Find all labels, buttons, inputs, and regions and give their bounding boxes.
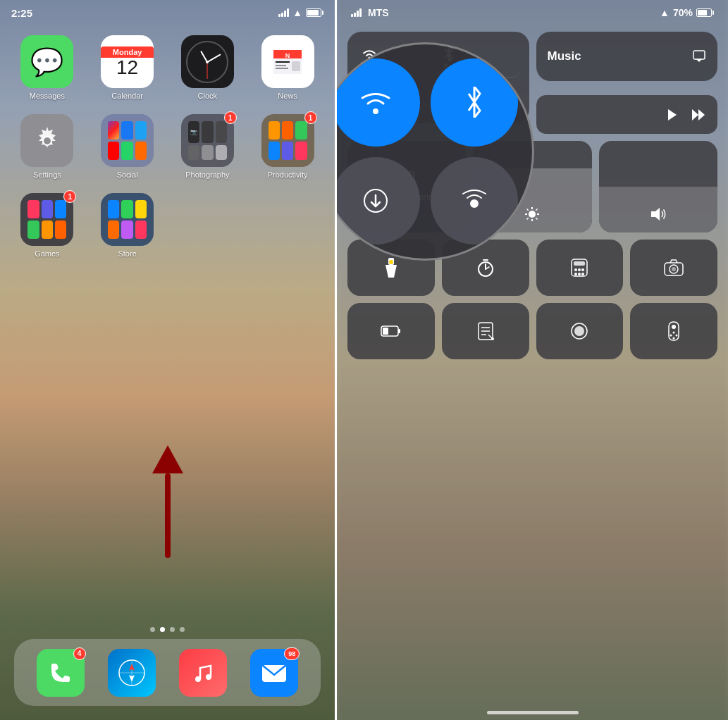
- svg-rect-6: [292, 61, 300, 71]
- volume-slider[interactable]: [599, 141, 717, 232]
- dock-mail[interactable]: 98: [250, 649, 298, 697]
- status-bar-right: MTS ▲ 70%: [337, 0, 728, 25]
- svg-rect-5: [276, 68, 288, 69]
- timer-icon: [476, 259, 495, 277]
- fast-forward-button[interactable]: [691, 107, 706, 123]
- store-icon[interactable]: [101, 193, 154, 246]
- wifi-icon: ▲: [292, 7, 302, 18]
- svg-marker-21: [696, 59, 702, 62]
- svg-marker-41: [385, 265, 397, 278]
- social-icon[interactable]: [101, 114, 154, 167]
- svg-point-50: [578, 268, 581, 271]
- calendar-icon[interactable]: Monday 12: [101, 35, 154, 88]
- low-power-icon: [381, 325, 402, 337]
- games-icon[interactable]: 1: [20, 193, 73, 246]
- svg-point-52: [574, 273, 577, 275]
- social-label: Social: [117, 170, 138, 179]
- svg-rect-4: [276, 65, 286, 66]
- music-icon[interactable]: [179, 649, 227, 697]
- clock-icon[interactable]: [181, 35, 234, 88]
- flashlight-icon: [383, 258, 400, 278]
- page-dots: [0, 627, 335, 632]
- productivity-icon[interactable]: 1: [261, 114, 314, 167]
- svg-marker-24: [698, 109, 705, 120]
- svg-point-53: [578, 273, 581, 275]
- svg-point-71: [670, 335, 672, 337]
- app-clock[interactable]: Clock: [175, 35, 241, 100]
- svg-point-15: [206, 674, 211, 680]
- calendar-label: Calendar: [111, 92, 143, 100]
- app-grid: 💬 Messages Monday 12 Calendar: [0, 35, 335, 258]
- settings-label: Settings: [33, 170, 61, 179]
- signal-bars-right: [351, 8, 362, 17]
- camera-icon: [664, 259, 684, 276]
- svg-point-51: [581, 268, 584, 271]
- app-calendar[interactable]: Monday 12 Calendar: [94, 35, 161, 100]
- svg-line-38: [527, 218, 529, 219]
- dock-safari[interactable]: [108, 649, 156, 697]
- productivity-badge: 1: [304, 111, 317, 124]
- photography-icon[interactable]: 📷 1: [181, 114, 234, 167]
- app-games[interactable]: 1 Games: [14, 193, 80, 258]
- brightness-icon: [524, 206, 540, 222]
- utilities-row-2: [347, 303, 717, 359]
- app-productivity[interactable]: 1 Productivity: [254, 114, 321, 179]
- svg-point-73: [673, 337, 675, 340]
- games-badge: 1: [63, 190, 76, 203]
- svg-point-67: [574, 326, 584, 336]
- music-widget[interactable]: Music: [536, 32, 718, 81]
- svg-rect-60: [398, 329, 400, 333]
- svg-point-69: [672, 325, 676, 329]
- calculator-button[interactable]: [536, 240, 624, 296]
- svg-point-8: [44, 137, 51, 144]
- volume-icon: [650, 206, 667, 222]
- svg-point-70: [673, 332, 675, 334]
- battery-icon-right: [696, 8, 714, 17]
- signal-icon: [278, 8, 289, 17]
- carrier-display: MTS: [351, 7, 389, 18]
- battery-icon: [306, 8, 323, 17]
- svg-line-37: [536, 209, 538, 211]
- app-settings[interactable]: Settings: [14, 114, 80, 179]
- svg-marker-39: [651, 208, 660, 221]
- svg-point-72: [676, 335, 678, 337]
- circle-wifi-button[interactable]: [337, 58, 420, 147]
- airplay-icon[interactable]: [692, 49, 706, 63]
- svg-rect-3: [276, 61, 290, 63]
- left-panel: 2:25 ▲ 💬 Messages: [0, 0, 335, 720]
- app-store[interactable]: Store: [94, 193, 161, 258]
- svg-rect-48: [574, 261, 585, 266]
- calculator-icon: [571, 259, 588, 277]
- svg-point-30: [529, 211, 536, 218]
- svg-point-42: [389, 260, 393, 264]
- app-social[interactable]: Social: [94, 114, 161, 179]
- clock-label: Clock: [198, 92, 218, 100]
- time-display: 2:25: [11, 7, 32, 19]
- notes-button[interactable]: [442, 303, 529, 359]
- settings-icon[interactable]: [20, 114, 73, 167]
- news-icon[interactable]: N: [261, 35, 314, 88]
- right-panel: MTS ▲ 70%: [337, 0, 728, 720]
- svg-line-36: [536, 218, 538, 219]
- messages-icon[interactable]: 💬: [20, 35, 73, 88]
- status-icons: ▲: [278, 7, 323, 18]
- dock-phone[interactable]: 4: [37, 649, 85, 697]
- safari-icon[interactable]: [108, 649, 156, 697]
- home-indicator[interactable]: [487, 711, 579, 714]
- svg-point-65: [491, 337, 494, 340]
- notes-icon: [477, 322, 494, 340]
- app-news[interactable]: N News: [254, 35, 321, 100]
- app-messages[interactable]: 💬 Messages: [14, 35, 80, 100]
- svg-line-35: [527, 209, 529, 211]
- photography-badge: 1: [224, 111, 237, 124]
- svg-point-54: [581, 273, 584, 275]
- app-photography[interactable]: 📷 1 Photography: [175, 114, 241, 179]
- low-power-button[interactable]: [347, 303, 435, 359]
- camera-button[interactable]: [630, 240, 717, 296]
- dock-music[interactable]: [179, 649, 227, 697]
- svg-point-74: [373, 108, 378, 114]
- screen-record-button[interactable]: [536, 303, 624, 359]
- remote-button[interactable]: [630, 303, 717, 359]
- play-button[interactable]: [664, 107, 679, 123]
- games-label: Games: [35, 249, 59, 258]
